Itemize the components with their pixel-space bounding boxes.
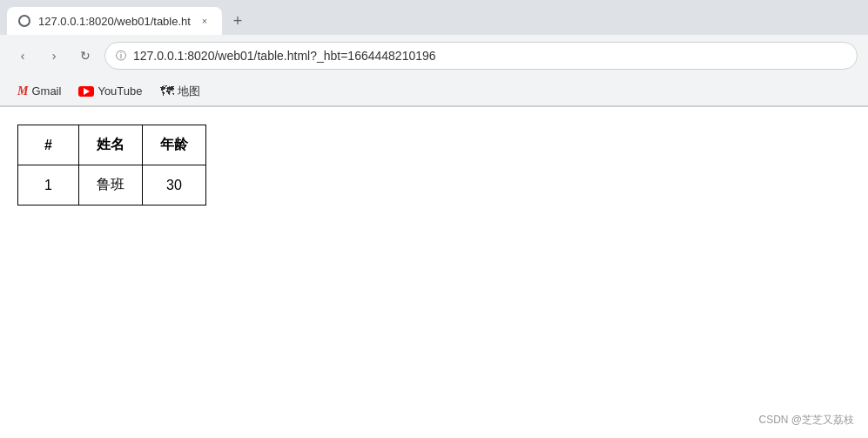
cell-name: 鲁班 — [79, 165, 143, 206]
refresh-button[interactable]: ↻ — [73, 44, 98, 68]
cell-number: 1 — [18, 165, 79, 206]
bookmark-gmail-label: Gmail — [31, 84, 61, 98]
data-table: # 姓名 年龄 1 鲁班 30 — [17, 125, 206, 206]
cell-age: 30 — [143, 165, 206, 206]
gmail-icon: M — [17, 84, 28, 98]
page-content: # 姓名 年龄 1 鲁班 30 CSDN @芝芝又荔枝 — [0, 107, 868, 438]
bookmark-youtube-label: YouTube — [98, 84, 142, 98]
secure-icon: ⓘ — [116, 49, 126, 64]
bookmarks-bar: M Gmail YouTube 🗺 地图 — [0, 77, 868, 106]
bookmark-maps-label: 地图 — [178, 84, 200, 99]
table-header-row: # 姓名 年龄 — [18, 125, 206, 165]
url-text: 127.0.0.1:8020/web01/table.html?_hbt=166… — [133, 49, 846, 63]
active-tab[interactable]: 127.0.0.1:8020/web01/table.ht × — [7, 7, 222, 35]
forward-button[interactable]: › — [42, 44, 66, 68]
col-header-name: 姓名 — [79, 125, 143, 165]
tab-close-button[interactable]: × — [198, 14, 212, 28]
address-bar: ‹ › ↻ ⓘ 127.0.0.1:8020/web01/table.html?… — [0, 35, 868, 77]
tab-title: 127.0.0.1:8020/web01/table.ht — [38, 15, 191, 28]
bookmark-gmail[interactable]: M Gmail — [10, 82, 68, 101]
new-tab-button[interactable]: + — [225, 9, 250, 33]
watermark: CSDN @芝芝又荔枝 — [758, 413, 854, 428]
col-header-age: 年龄 — [143, 125, 206, 165]
url-bar[interactable]: ⓘ 127.0.0.1:8020/web01/table.html?_hbt=1… — [104, 42, 858, 70]
maps-icon: 🗺 — [160, 84, 174, 99]
bookmark-youtube[interactable]: YouTube — [71, 82, 149, 100]
col-header-number: # — [18, 125, 79, 165]
youtube-icon — [78, 86, 94, 97]
back-button[interactable]: ‹ — [10, 44, 35, 68]
tab-favicon — [17, 14, 31, 28]
browser-chrome: 127.0.0.1:8020/web01/table.ht × + ‹ › ↻ … — [0, 0, 868, 107]
table-row: 1 鲁班 30 — [18, 165, 206, 206]
bookmark-maps[interactable]: 🗺 地图 — [153, 81, 207, 102]
tab-bar: 127.0.0.1:8020/web01/table.ht × + — [0, 0, 868, 35]
